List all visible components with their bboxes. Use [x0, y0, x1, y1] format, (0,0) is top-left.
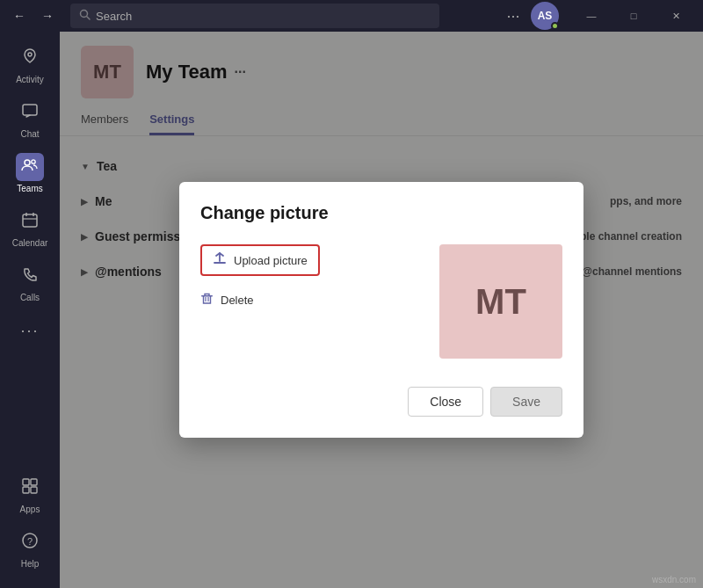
nav-buttons: ← → — [7, 4, 60, 28]
svg-rect-13 — [31, 487, 37, 493]
upload-label: Upload picture — [234, 254, 308, 267]
search-placeholder: Search — [96, 10, 132, 23]
delete-picture-button[interactable]: Delete — [200, 287, 320, 313]
help-icon: ? — [21, 532, 39, 554]
change-picture-modal: Change picture Upload picture — [179, 182, 583, 438]
minimize-button[interactable]: — — [571, 3, 612, 29]
titlebar-right: ··· AS — □ ✕ — [501, 2, 696, 30]
activity-icon-wrap — [16, 44, 44, 72]
calendar-label: Calendar — [12, 238, 48, 248]
sidebar-item-help[interactable]: ? Help — [7, 523, 53, 574]
back-button[interactable]: ← — [7, 4, 32, 28]
modal-preview: MT — [439, 244, 562, 359]
svg-point-4 — [25, 160, 30, 165]
sidebar-item-calendar[interactable]: Calendar — [7, 202, 53, 253]
teams-icon-wrap — [16, 153, 44, 181]
calendar-icon-wrap — [16, 207, 44, 236]
more-icon: ··· — [20, 322, 39, 340]
teams-icon — [21, 156, 39, 178]
content-area: MT My Team ··· Members Settings ▼ Tea — [60, 32, 703, 588]
help-icon-wrap: ? — [16, 528, 44, 556]
calendar-icon — [21, 211, 39, 233]
calls-icon-wrap — [16, 262, 44, 290]
window-controls: — □ ✕ — [571, 3, 696, 29]
modal-overlay: Change picture Upload picture — [60, 32, 703, 588]
help-label: Help — [21, 559, 40, 569]
user-avatar[interactable]: AS — [531, 2, 559, 30]
chat-label: Chat — [20, 129, 39, 139]
avatar-initials: AS — [538, 10, 553, 22]
more-icon-wrap: ··· — [16, 316, 44, 345]
sidebar-item-chat[interactable]: Chat — [7, 93, 53, 144]
svg-rect-10 — [23, 479, 29, 485]
svg-text:?: ? — [27, 536, 33, 547]
svg-point-5 — [32, 159, 35, 163]
calls-label: Calls — [20, 293, 40, 302]
sidebar-item-calls[interactable]: Calls — [7, 257, 53, 308]
upload-picture-button[interactable]: Upload picture — [200, 244, 320, 276]
svg-rect-11 — [31, 479, 37, 485]
sidebar: Activity Chat — [0, 32, 60, 588]
svg-rect-3 — [23, 105, 37, 115]
maximize-button[interactable]: □ — [613, 3, 654, 29]
svg-rect-6 — [23, 214, 37, 227]
apps-label: Apps — [20, 505, 40, 514]
apps-icon-wrap — [16, 474, 44, 502]
upload-icon — [213, 251, 227, 269]
svg-point-2 — [28, 53, 32, 56]
trash-icon — [200, 292, 214, 308]
sidebar-item-more[interactable]: ··· — [7, 311, 53, 350]
chat-icon-wrap — [16, 98, 44, 127]
online-status — [551, 22, 559, 30]
app-layout: Activity Chat — [0, 32, 703, 588]
forward-button[interactable]: → — [35, 4, 60, 28]
search-icon — [79, 9, 91, 23]
sidebar-bottom: Apps ? Help — [7, 468, 53, 581]
modal-actions: Upload picture — [200, 244, 320, 359]
modal-footer: Close Save — [200, 387, 562, 417]
activity-icon — [21, 47, 39, 69]
calls-icon — [21, 265, 39, 287]
apps-icon — [21, 477, 39, 499]
svg-line-1 — [87, 17, 90, 19]
sidebar-item-apps[interactable]: Apps — [7, 468, 53, 519]
sidebar-item-activity[interactable]: Activity — [7, 39, 53, 90]
search-bar[interactable]: Search — [70, 4, 439, 28]
modal-title: Change picture — [200, 203, 562, 223]
sidebar-item-teams[interactable]: Teams — [7, 148, 53, 199]
titlebar: ← → Search ··· AS — □ ✕ — [0, 0, 703, 32]
activity-label: Activity — [16, 75, 44, 84]
modal-body: Upload picture — [200, 244, 562, 359]
save-button-modal[interactable]: Save — [490, 387, 562, 417]
chat-icon — [21, 102, 39, 124]
close-button[interactable]: ✕ — [656, 3, 696, 29]
svg-rect-12 — [23, 487, 29, 493]
preview-text: MT — [475, 282, 526, 322]
delete-label: Delete — [221, 294, 254, 307]
watermark: wsxdn.com — [652, 575, 696, 584]
more-options-button[interactable]: ··· — [501, 4, 525, 28]
teams-label: Teams — [17, 184, 42, 193]
close-button-modal[interactable]: Close — [408, 387, 483, 417]
